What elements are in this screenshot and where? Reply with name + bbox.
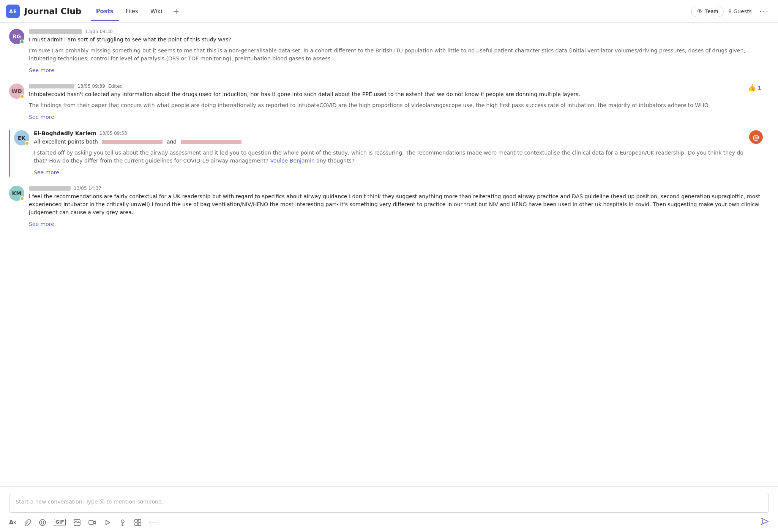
avatar: WD	[9, 84, 24, 99]
guests-badge: 8 Guests	[728, 8, 752, 14]
status-dot	[25, 141, 29, 145]
svg-rect-9	[135, 523, 137, 526]
message-text-truncated: The findings from their paper that concu…	[29, 101, 769, 109]
mention-link[interactable]: Voulee Benjamin	[270, 158, 314, 164]
apps-button[interactable]	[134, 519, 142, 526]
message-content: 13/05 09:39 Edited Intubatecovid hasn't …	[29, 84, 769, 121]
mention-icon: @	[749, 130, 763, 144]
message-header: 13/05 09:39 Edited	[29, 84, 769, 89]
sticker-button[interactable]	[73, 519, 81, 526]
message-body: All excellent points both and I started …	[34, 138, 746, 177]
mention-redacted-2	[181, 140, 241, 144]
format-text-button[interactable]: Ax	[9, 519, 16, 526]
svg-point-0	[39, 519, 46, 526]
message-content: 13/05 14:37 I feel the recommendations a…	[29, 186, 769, 228]
message-body: Intubatecovid hasn't collected any infor…	[29, 90, 769, 121]
nav-tabs: Posts Files Wiki +	[91, 5, 183, 17]
messages-area: RG 13/05 09:30 I must admit I am sort of…	[0, 23, 778, 486]
message-text-inline: All excellent points both and	[34, 138, 746, 146]
top-bar-right: 👁 Team 8 Guests ···	[691, 5, 772, 17]
app-icon: AE	[6, 5, 20, 18]
message-timestamp: 13/05 14:37	[74, 186, 101, 191]
message-block: KM 13/05 14:37 I feel the recommendation…	[9, 186, 769, 228]
message-text-truncated: I'm sure I am probably missing something…	[29, 47, 769, 63]
message-header: 13/05 14:37	[29, 186, 769, 191]
message-block: WD 13/05 09:39 Edited Intubatecovid hasn…	[9, 84, 769, 121]
sender-name: El-Boghdadly Kariem	[34, 130, 96, 136]
see-more-link[interactable]: See more	[29, 66, 54, 74]
channel-title: Journal Club	[24, 6, 82, 16]
more-options-toolbar-button[interactable]: ···	[149, 518, 158, 526]
more-options-button[interactable]: ···	[756, 5, 772, 17]
edited-badge: Edited	[108, 84, 123, 89]
svg-rect-8	[138, 519, 141, 522]
svg-point-2	[43, 521, 44, 522]
eye-icon: 👁	[697, 8, 703, 15]
svg-point-1	[41, 521, 42, 522]
reaction-count: 1	[757, 85, 761, 91]
gif-button[interactable]: GIF	[54, 519, 66, 526]
message-text: Intubatecovid hasn't collected any infor…	[29, 90, 769, 98]
compose-area: Start a new conversation. Type @ to ment…	[0, 486, 778, 532]
message-body: I must admit I am sort of struggling to …	[29, 36, 769, 74]
tab-posts[interactable]: Posts	[91, 6, 119, 17]
main-content: RG 13/05 09:30 I must admit I am sort of…	[0, 23, 778, 532]
compose-input[interactable]: Start a new conversation. Type @ to ment…	[9, 493, 769, 513]
message-header: 13/05 09:30	[29, 29, 769, 34]
tab-files[interactable]: Files	[120, 6, 144, 17]
sender-name-redacted	[29, 186, 71, 191]
top-bar: AE Journal Club Posts Files Wiki + 👁 Tea…	[0, 0, 778, 23]
avatar: KM	[9, 186, 24, 201]
see-more-link[interactable]: See more	[34, 169, 59, 177]
see-more-link[interactable]: See more	[29, 220, 54, 228]
tab-add-button[interactable]: +	[169, 5, 183, 17]
status-dot	[20, 39, 24, 44]
message-text: I feel the recommendations are fairly co…	[29, 193, 769, 216]
message-timestamp: 13/05 09:30	[85, 29, 113, 34]
loop-button[interactable]	[104, 519, 111, 526]
mention-redacted	[102, 140, 163, 144]
sender-name-redacted	[29, 29, 82, 34]
svg-point-6	[121, 520, 124, 523]
message-timestamp: 13/05 09:39	[77, 84, 105, 89]
message-header: El-Boghdadly Kariem 13/05 09:53	[34, 130, 746, 136]
avatar: EK	[14, 130, 29, 145]
reaction-button[interactable]: 👍 1	[748, 84, 761, 92]
see-more-link[interactable]: See more	[29, 113, 54, 121]
sender-name-redacted	[29, 84, 74, 88]
message-content: 13/05 09:30 I must admit I am sort of st…	[29, 29, 769, 74]
message-block: RG 13/05 09:30 I must admit I am sort of…	[9, 29, 769, 74]
send-button[interactable]	[761, 517, 769, 527]
message-text-truncated: I started off by asking you tell us abou…	[34, 149, 746, 165]
tab-wiki[interactable]: Wiki	[145, 6, 168, 17]
message-body: I feel the recommendations are fairly co…	[29, 193, 769, 228]
svg-rect-10	[138, 523, 141, 526]
team-button[interactable]: 👁 Team	[691, 6, 724, 17]
message-text: I must admit I am sort of struggling to …	[29, 36, 769, 44]
svg-marker-5	[106, 520, 110, 525]
meet-button[interactable]	[88, 519, 96, 526]
attach-button[interactable]	[24, 519, 31, 526]
team-label: Team	[705, 8, 718, 14]
message-timestamp: 13/05 09:53	[99, 131, 127, 136]
compose-toolbar: Ax GIF ···	[9, 517, 769, 527]
praise-button[interactable]	[119, 519, 126, 526]
status-dot	[20, 94, 24, 99]
svg-rect-7	[135, 519, 137, 522]
message-block-highlighted: EK El-Boghdadly Kariem 13/05 09:53 All e…	[9, 130, 769, 177]
status-dot	[20, 196, 24, 201]
svg-rect-4	[89, 521, 93, 524]
message-content: El-Boghdadly Kariem 13/05 09:53 All exce…	[34, 130, 746, 177]
avatar: RG	[9, 29, 24, 44]
emoji-button[interactable]	[39, 519, 46, 526]
thumbs-up-icon: 👍	[748, 84, 756, 92]
